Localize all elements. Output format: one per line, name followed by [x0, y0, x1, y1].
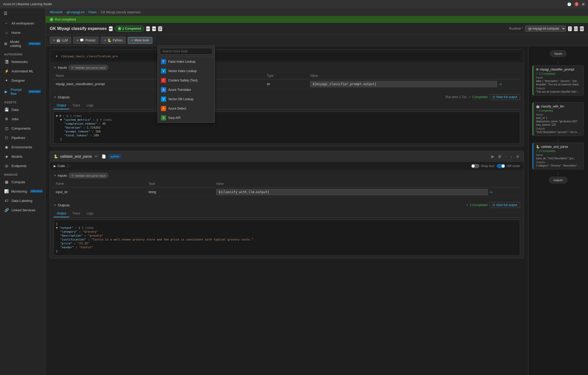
settings-icon[interactable]: ⚙ [582, 2, 585, 6]
breadcrumb-sep1: › [64, 10, 65, 14]
output-tab-trace-1[interactable]: Trace [69, 102, 83, 109]
validate-text-2: Validate and parse input [75, 174, 105, 177]
sidebar-item-pipelines[interactable]: ⬡ Pipelines [0, 133, 45, 142]
diff-toggle-control[interactable] [497, 164, 505, 168]
input-value-field-1[interactable] [310, 81, 497, 87]
sidebar-section-manage: Manage [0, 170, 45, 177]
inputs-arrow-1: ▼ [54, 66, 56, 69]
run-node-button[interactable]: ▶ [491, 154, 495, 159]
more-tools-item-serp[interactable]: S Serp API [158, 113, 215, 123]
diagram-inputs-text: inputs [554, 52, 562, 55]
link-icon-2[interactable]: ⇢ [489, 190, 492, 194]
sidebar-item-compute[interactable]: ▦ Compute [0, 177, 45, 187]
output-tab-logs-2[interactable]: Logs [83, 210, 96, 217]
data-icon: 💾 [4, 107, 9, 112]
sidebar-item-endpoints[interactable]: ◎ Endpoints [0, 161, 45, 170]
more-tools-item-azure-translator[interactable]: A Azure Translator [158, 85, 215, 94]
sidebar-item-components[interactable]: ◫ Components [0, 124, 45, 133]
move-up-button[interactable]: ↑ [504, 154, 508, 159]
runtime-select[interactable]: gk-miyagi-ml-compute [525, 26, 566, 32]
settings-button[interactable]: ⊟ [580, 26, 584, 31]
more-tools-item-faiss[interactable]: F Faiss Index Lookup [158, 57, 215, 66]
view-full-output-button-2[interactable]: ⊡ View full output [490, 202, 520, 208]
more-tools-item-azure-detect[interactable]: A Azure Detect [158, 104, 215, 113]
sidebar-item-environments[interactable]: ◉ Environments [0, 142, 45, 152]
sidebar-item-label: Automated ML [11, 69, 34, 73]
validate-parse-button-2[interactable]: ⊙ Validate and parse input [68, 173, 108, 178]
view-full-text-1: View full output [496, 95, 517, 99]
input-name-2: input_str [54, 187, 146, 197]
output-tab-output-1[interactable]: Output [54, 102, 69, 109]
sidebar-item-linked-services[interactable]: 🔗 Linked Services [0, 205, 45, 215]
input-value-field-2[interactable] [216, 189, 488, 195]
sidebar-item-notebooks[interactable]: 📓 Notebooks [0, 57, 45, 66]
environments-icon: ◉ [4, 145, 9, 149]
expand-button[interactable]: ⊡ [574, 26, 578, 31]
breadcrumb-workspace[interactable]: gk-miyagi-ml [67, 10, 84, 14]
more-tools-item-vector[interactable]: V Vector Index Lookup [158, 66, 215, 76]
share-button[interactable]: ⇧ [568, 26, 572, 31]
col-type-1: Type [265, 72, 308, 79]
sidebar-item-prompt-flow[interactable]: ▶ Prompt flow PREVIEW [0, 85, 45, 98]
file-icon-button[interactable]: 📄 [101, 154, 107, 159]
validate-parse-button-1[interactable]: ⊙ Validate and parse input [68, 65, 108, 70]
undo-button[interactable]: ↩ [146, 26, 150, 31]
sidebar-item-home[interactable]: ⌂ Home [0, 28, 45, 37]
diagram-step-llm[interactable]: 🤖 classify_with_llm ✓ Completed Inputs b… [533, 102, 584, 136]
more-tools-item-content-safety[interactable]: C Content Safety (Text) [158, 76, 215, 85]
more-tools-item-vectordb[interactable]: V Vector DB Lookup [158, 94, 215, 104]
inputs-header-2[interactable]: ▼ Inputs ⊙ Validate and parse input [54, 173, 520, 178]
output-tab-trace-2[interactable]: Trace [69, 210, 83, 217]
edit-node-name-button[interactable]: ✏ [94, 154, 99, 159]
sidebar-item-jobs[interactable]: ⚙ Jobs [0, 114, 45, 124]
breadcrumb-current: GK Miyagi classify expenses [101, 10, 141, 14]
json-line-2-6: "price" : "23.33" [60, 241, 518, 245]
output-tab-output-2[interactable]: Output [54, 210, 69, 217]
sidebar-item-automated-ml[interactable]: ⚡ Automated ML [0, 66, 45, 76]
add-llm-button[interactable]: + 🤖 LLM [50, 37, 71, 44]
node-validate-and-parse: 🐍 validate_and_parse ✏ 📄 python ▶ 🗑 ↑ ↓ … [50, 151, 524, 258]
move-down-button[interactable]: ↓ [510, 154, 513, 159]
content-area: Microsoft › gk-miyagi-ml › Flows › GK Mi… [46, 8, 588, 375]
add-prompt-button[interactable]: + 💬 Prompt [73, 37, 99, 44]
wrap-toggle-control[interactable] [471, 164, 479, 168]
view-full-output-button-1[interactable]: ⊡ View full output [490, 94, 520, 100]
sidebar-item-model-catalog[interactable]: ⊞ Model catalog PREVIEW [0, 37, 45, 50]
breadcrumb-flows[interactable]: Flows [89, 10, 97, 14]
sidebar-item-back[interactable]: ← All workspaces [0, 18, 45, 28]
clock-icon: 🕐 [567, 2, 571, 6]
sidebar-item-data-labeling[interactable]: 🏷 Data Labeling [0, 196, 45, 205]
sidebar-item-models[interactable]: ◈ Models [0, 152, 45, 161]
sidebar-item-monitoring[interactable]: 📊 Monitoring PREVIEW [0, 187, 45, 196]
prompt-label: Prompt [85, 39, 95, 42]
inputs-header-1[interactable]: ▼ Inputs ⊙ Validate and parse input [54, 65, 520, 70]
json-line-2-2: ▼ "output" : { 5 items [56, 226, 518, 230]
diagram-validate-inputs-text: input_str: "\n\n{"description":"gro... [536, 157, 581, 160]
wrap-text-toggle: Wrap text [471, 164, 494, 168]
more-tools-search-input[interactable] [160, 48, 212, 55]
edit-title-button[interactable]: ✏ [109, 26, 113, 31]
sidebar-item-label: Components [11, 126, 31, 130]
diagram-step-classifier[interactable]: ⚙ miyagi_classifier_prompt ✓ 2 Completed… [533, 65, 584, 96]
more-options-button[interactable]: ⊕ [515, 154, 520, 159]
notification-badge[interactable]: 3 [574, 2, 579, 6]
inputs-table-1: Name Type Value miyagi_basic_classificat… [54, 72, 520, 89]
delete-node-button[interactable]: 🗑 [497, 154, 502, 159]
code-section-header-2[interactable]: ▶ Code ⓘ Wrap text Diff mode [54, 164, 520, 168]
hamburger-menu[interactable]: ☰ [0, 8, 45, 18]
completed-d3: 2 Completed [539, 149, 555, 152]
output-tab-logs-1[interactable]: Logs [83, 102, 96, 109]
breadcrumb-microsoft[interactable]: Microsoft [50, 10, 62, 14]
redo-button[interactable]: ↪ [152, 26, 156, 31]
link-icon-1[interactable]: ⇢ [499, 82, 502, 86]
add-python-button[interactable]: + 🐍 Python [101, 37, 126, 44]
check-icon-d3: ✓ [536, 149, 538, 152]
sidebar-item-designer[interactable]: ✦ Designer [0, 76, 45, 85]
flow-header: GK Miyagi classify expenses ✏ 2 Complete… [46, 23, 588, 35]
diagram-step-validate[interactable]: 🐍 validate_and_parse ✓ 2 Completed Input… [533, 143, 584, 169]
sidebar-item-label: Prompt flow [11, 88, 25, 96]
monitoring-icon: 📊 [4, 189, 9, 193]
more-tools-button[interactable]: + More tools [128, 37, 152, 44]
menu-button[interactable]: ☰ [158, 26, 162, 31]
sidebar-item-data[interactable]: 💾 Data [0, 105, 45, 114]
